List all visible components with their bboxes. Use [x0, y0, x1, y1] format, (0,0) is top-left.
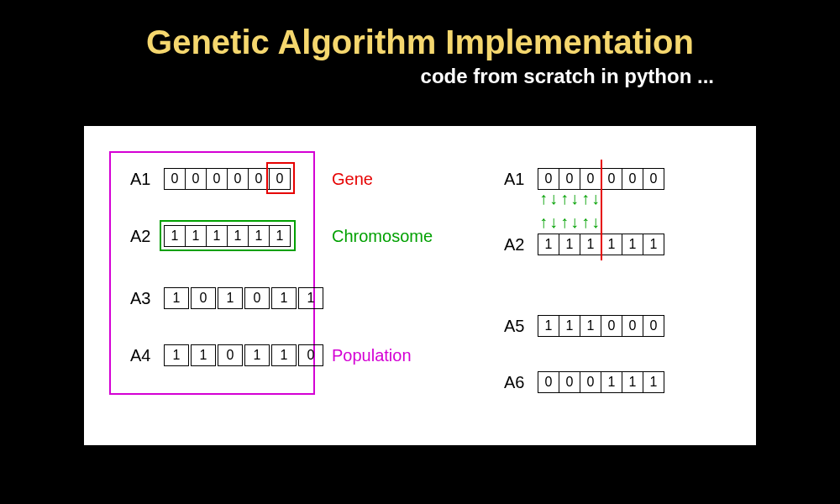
bit-cell: 1: [218, 287, 243, 309]
bit-cell: 1: [580, 315, 601, 337]
right-row-a6: A6 0 0 0 1 1 1: [504, 371, 664, 393]
arrow-down-icon: ↓: [570, 213, 579, 230]
bit-cell: 0: [206, 168, 228, 190]
bit-cell: 0: [191, 287, 216, 309]
bit-cell: 0: [580, 371, 601, 393]
row-label: A2: [130, 227, 164, 246]
chromosome-highlight: [160, 220, 296, 251]
arrow-down-icon: ↓: [549, 190, 558, 207]
arrow-down-icon: ↓: [591, 190, 600, 207]
bit-cell: 0: [622, 315, 643, 337]
arrow-up-icon: ↑: [560, 213, 569, 230]
population-label: Population: [332, 346, 412, 365]
row-label: A1: [130, 170, 164, 189]
bit-cell: 1: [559, 234, 580, 255]
arrow-up-icon: ↑: [581, 190, 590, 207]
gene-highlight: [266, 162, 295, 194]
bit-cell: 0: [227, 168, 249, 190]
bit-cell: 0: [538, 371, 559, 393]
arrow-down-icon: ↓: [570, 190, 579, 207]
arrow-up-icon: ↑: [539, 190, 548, 207]
row-label: A6: [504, 373, 538, 392]
crossover-arrows: ↑ ↓ ↑ ↓ ↑ ↓ ↑ ↓ ↑ ↓ ↑ ↓: [538, 190, 605, 234]
bit-cell: 0: [185, 168, 207, 190]
row-label: A3: [130, 289, 164, 308]
bit-cell: 1: [622, 371, 643, 393]
bit-cell: 0: [643, 315, 664, 337]
bit-cell: 0: [601, 168, 622, 190]
bit-cell: 1: [559, 315, 580, 337]
bit-cell: 1: [298, 287, 323, 309]
bit-cell: 1: [244, 344, 270, 366]
bit-cell: 1: [164, 344, 189, 366]
bit-cells: 1 1 1 0 0 0: [538, 315, 664, 337]
right-row-a2: A2 1 1 1 1 1 1: [504, 234, 664, 255]
right-row-a5: A5 1 1 1 0 0 0: [504, 315, 664, 337]
bit-cells: 0 0 0 1 1 1: [538, 371, 664, 393]
arrow-up-icon: ↑: [581, 213, 590, 230]
page-subtitle: code from scratch in python ...: [0, 65, 840, 88]
bit-cell: 1: [601, 371, 622, 393]
row-label: A5: [504, 317, 538, 336]
bit-cell: 0: [218, 344, 243, 366]
bit-cells: 1 0 1 0 1 1: [164, 287, 323, 309]
bit-cell: 0: [538, 168, 559, 190]
bit-cell: 0: [580, 168, 601, 190]
bit-cell: 1: [601, 234, 622, 255]
bit-cell: 1: [271, 344, 297, 366]
bit-cell: 1: [643, 371, 664, 393]
bit-cell: 1: [164, 287, 189, 309]
bit-cell: 0: [298, 344, 323, 366]
bit-cell: 1: [643, 234, 664, 255]
left-row-a3: A3 1 0 1 0 1 1: [130, 287, 323, 309]
bit-cell: 1: [191, 344, 216, 366]
gene-label: Gene: [332, 170, 373, 189]
bit-cells: 1 1 0 1 1 0: [164, 344, 323, 366]
bit-cell: 1: [580, 234, 601, 255]
arrow-up-icon: ↑: [560, 190, 569, 207]
bit-cell: 0: [164, 168, 186, 190]
bit-cell: 0: [559, 371, 580, 393]
bit-cell: 1: [538, 315, 559, 337]
bit-cell: 0: [643, 168, 664, 190]
row-label: A2: [504, 235, 538, 255]
bit-cell: 1: [622, 234, 643, 255]
diagram-canvas: A1 0 0 0 0 0 0 A2 1 1 1 1 1 1 A3 1 0 1: [84, 126, 756, 445]
bit-cell: 1: [538, 234, 559, 255]
bit-cell: 0: [601, 315, 622, 337]
chromosome-label: Chromosome: [332, 227, 433, 246]
left-row-a4: A4 1 1 0 1 1 0: [130, 344, 323, 366]
arrow-down-icon: ↓: [549, 213, 558, 230]
row-label: A4: [130, 346, 164, 365]
right-row-a1: A1 0 0 0 0 0 0: [504, 168, 664, 190]
bit-cell: 0: [244, 287, 270, 309]
bit-cell: 1: [271, 287, 297, 309]
arrow-down-icon: ↓: [591, 213, 600, 230]
bit-cell: 0: [622, 168, 643, 190]
row-label: A1: [504, 170, 538, 189]
arrow-up-icon: ↑: [539, 213, 548, 230]
page-title: Genetic Algorithm Implementation: [0, 0, 840, 61]
bit-cell: 0: [559, 168, 580, 190]
